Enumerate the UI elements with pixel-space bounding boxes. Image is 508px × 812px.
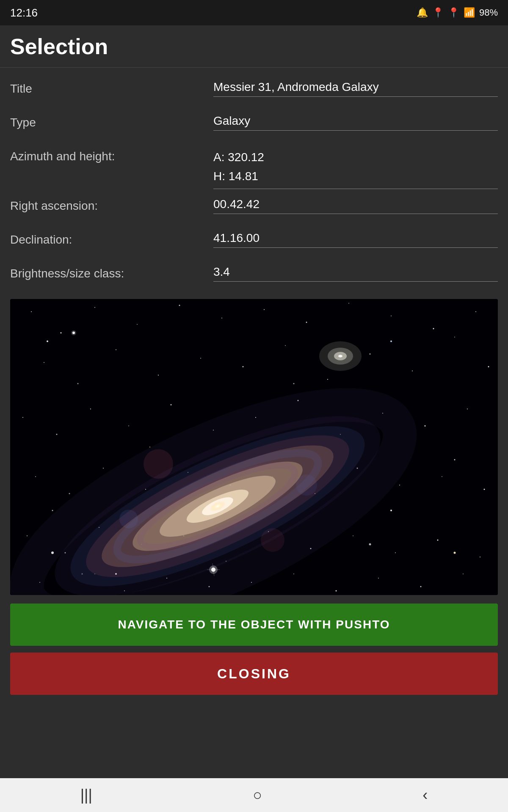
svg-point-67 xyxy=(293,573,294,574)
page-title: Selection xyxy=(10,34,108,59)
svg-point-16 xyxy=(158,375,159,376)
svg-point-109 xyxy=(115,573,117,575)
title-label: Title xyxy=(10,80,213,96)
ra-value: 00.42.42 xyxy=(213,198,498,214)
svg-point-68 xyxy=(336,590,337,591)
svg-point-107 xyxy=(51,551,54,554)
ra-label: Right ascension: xyxy=(10,198,213,213)
svg-point-29 xyxy=(171,404,172,405)
location-icon: 📍 xyxy=(432,7,444,18)
status-time: 12:16 xyxy=(10,6,38,19)
ra-row: Right ascension: 00.42.42 xyxy=(10,198,498,223)
svg-point-11 xyxy=(433,328,434,329)
svg-point-9 xyxy=(348,303,349,304)
svg-point-4 xyxy=(137,324,138,325)
title-bar: Selection xyxy=(0,25,508,68)
svg-point-72 xyxy=(47,340,48,342)
brightness-row: Brightness/size class: 3.4 xyxy=(10,265,498,291)
svg-point-6 xyxy=(221,318,222,318)
azimuth-row: Azimuth and height: A: 320.12H: 14.81 xyxy=(10,148,498,189)
brightness-value-container: 3.4 xyxy=(213,265,498,282)
type-value-container: Galaxy xyxy=(213,114,498,131)
svg-point-75 xyxy=(390,510,392,511)
title-row: Title Messier 31, Andromeda Galaxy xyxy=(10,80,498,106)
svg-point-22 xyxy=(412,370,413,371)
svg-point-25 xyxy=(22,417,23,418)
brightness-value: 3.4 xyxy=(213,265,498,282)
svg-point-20 xyxy=(327,379,328,380)
svg-point-10 xyxy=(391,315,392,316)
svg-point-3 xyxy=(94,307,95,308)
svg-point-35 xyxy=(425,425,426,426)
svg-point-97 xyxy=(261,528,284,552)
svg-point-46 xyxy=(399,485,400,486)
svg-point-2 xyxy=(61,332,62,333)
svg-point-98 xyxy=(119,510,138,528)
title-value-container: Messier 31, Andromeda Galaxy xyxy=(213,80,498,97)
galaxy-image xyxy=(10,299,498,595)
closing-button[interactable]: CLOSING xyxy=(10,653,498,695)
svg-point-105 xyxy=(71,330,76,335)
azimuth-label: Azimuth and height: xyxy=(10,148,213,163)
svg-point-17 xyxy=(200,358,201,359)
svg-point-74 xyxy=(293,383,295,384)
svg-point-26 xyxy=(56,433,58,435)
svg-point-23 xyxy=(454,337,455,337)
svg-point-79 xyxy=(454,459,456,460)
nav-home-icon[interactable]: ○ xyxy=(253,786,262,804)
dec-row: Declination: 41.16.00 xyxy=(10,231,498,257)
svg-point-57 xyxy=(353,535,353,536)
azimuth-value: A: 320.12H: 14.81 xyxy=(213,148,498,189)
svg-point-18 xyxy=(243,366,244,367)
svg-point-38 xyxy=(69,493,70,494)
type-label: Type xyxy=(10,114,213,129)
type-row: Type Galaxy xyxy=(10,114,498,140)
svg-point-73 xyxy=(149,447,150,447)
nav-back-icon[interactable]: ‹ xyxy=(422,786,428,804)
svg-point-21 xyxy=(370,353,371,354)
svg-point-8 xyxy=(306,321,307,323)
status-bar: 12:16 🔔 📍 📍 📶 98% xyxy=(0,0,508,25)
svg-point-49 xyxy=(27,535,28,536)
svg-point-110 xyxy=(369,543,371,545)
svg-point-99 xyxy=(296,475,317,496)
wifi-icon: 📶 xyxy=(464,7,475,18)
svg-point-14 xyxy=(77,383,79,384)
dec-label: Declination: xyxy=(10,231,213,247)
svg-point-15 xyxy=(116,349,116,350)
svg-point-106 xyxy=(454,551,456,554)
nav-menu-icon[interactable]: ||| xyxy=(80,786,92,804)
svg-point-59 xyxy=(437,539,439,540)
svg-point-108 xyxy=(390,340,392,342)
status-icons: 🔔 📍 📍 📶 98% xyxy=(417,7,498,18)
svg-point-37 xyxy=(35,476,36,477)
svg-point-70 xyxy=(420,586,422,587)
button-container: NAVIGATE TO THE OBJECT WITH PUSHTO CLOSI… xyxy=(10,604,498,695)
svg-point-71 xyxy=(463,573,464,574)
navigate-button[interactable]: NAVIGATE TO THE OBJECT WITH PUSHTO xyxy=(10,604,498,646)
svg-point-13 xyxy=(44,362,44,363)
svg-point-1 xyxy=(31,311,32,312)
svg-point-83 xyxy=(338,355,342,357)
svg-point-47 xyxy=(442,476,442,477)
svg-point-48 xyxy=(484,488,485,490)
svg-point-27 xyxy=(90,409,91,409)
azimuth-value-container: A: 320.12H: 14.81 xyxy=(213,148,498,189)
svg-point-69 xyxy=(378,578,379,579)
svg-point-24 xyxy=(488,366,489,367)
brightness-label: Brightness/size class: xyxy=(10,265,213,280)
nav-bar: ||| ○ ‹ xyxy=(0,778,508,812)
svg-point-58 xyxy=(395,552,396,553)
dec-value-container: 41.16.00 xyxy=(213,231,498,248)
location2-icon: 📍 xyxy=(448,7,459,18)
ra-value-container: 00.42.42 xyxy=(213,198,498,214)
svg-point-19 xyxy=(285,345,286,346)
svg-point-12 xyxy=(475,311,476,312)
type-value: Galaxy xyxy=(213,114,498,131)
dec-value: 41.16.00 xyxy=(213,231,498,248)
svg-point-7 xyxy=(264,309,265,310)
svg-point-77 xyxy=(52,510,53,511)
title-value: Messier 31, Andromeda Galaxy xyxy=(213,80,498,97)
svg-point-36 xyxy=(467,409,468,409)
svg-point-96 xyxy=(144,449,173,479)
